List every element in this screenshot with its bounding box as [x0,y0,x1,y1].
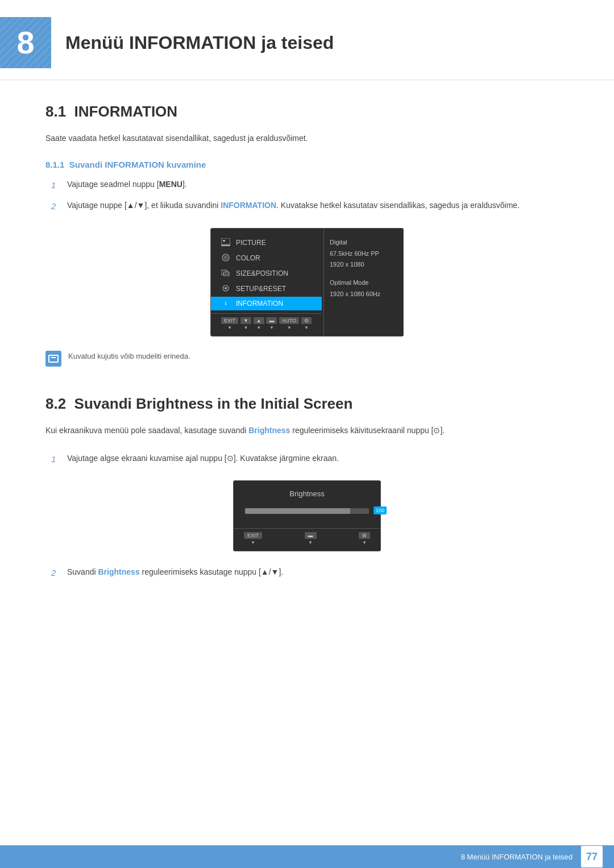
section-82-heading: 8.2 Suvandi Brightness in the Initial Sc… [45,395,569,413]
nav1-btn: ▼ [240,317,251,324]
brightness-minus-btn: ▬ ▼ [305,532,317,545]
page-header: 8 Menüü INFORMATION ja teised [0,0,614,80]
page-footer: 8 Menüü INFORMATION ja teised 77 [0,845,614,868]
step-82-2-highlight: Brightness [98,567,139,576]
svg-rect-0 [221,238,230,244]
chapter-number-block: 8 [0,17,51,68]
bottom-bar-exit: EXIT ▼ [221,317,238,330]
monitor-mockup-inner: PICTURE COLOR [211,235,403,331]
info-line1: Digital [330,237,397,248]
chapter-title: Menüü INFORMATION ja teised [65,32,334,53]
step-82-1-text: Vajutage algse ekraani kuvamise ajal nup… [67,452,569,466]
step-82-2: 2 Suvandi Brightness reguleerimiseks kas… [51,566,569,580]
menu-item-color-label: COLOR [236,254,260,262]
section-82-steps: 1 Vajutage algse ekraani kuvamise ajal n… [51,452,569,467]
bottom-bar-blank: ▬ ▼ [266,317,277,330]
brightness-minus-arrow: ▼ [308,540,313,545]
info-line5: Optimal Mode [330,277,397,289]
section-81-intro: Saate vaadata hetkel kasutatavat sisenda… [45,132,569,146]
subsection-811-heading: 8.1.1 Suvandi INFORMATION kuvamine [45,160,569,169]
bottom-bar-auto: AUTO ▼ [279,317,299,330]
brightness-plus: ⊞ [359,532,370,539]
bottom-bar-gear: ⚙ ▼ [301,317,312,330]
info-icon: i [221,300,230,308]
setup-icon [221,284,230,294]
blank-btn: ▬ [266,317,277,324]
menu-item-color: COLOR [211,251,322,266]
section-82: 8.2 Suvandi Brightness in the Initial Sc… [45,395,569,580]
chapter-number: 8 [16,27,34,59]
brightness-bottom-bar: EXIT ▼ ▬ ▼ ⊞ ▼ [234,528,380,546]
section-82-number: 8.2 [45,395,66,412]
monitor-mockup-81: PICTURE COLOR [210,228,404,337]
svg-point-8 [225,287,227,289]
step-81-2: 2 Vajutage nuppe [▲/▼], et liikuda suvan… [51,199,569,214]
svg-rect-1 [223,240,225,242]
color-icon [221,254,230,263]
auto-btn: AUTO [279,317,299,324]
menu-item-information: i INFORMATION [211,297,322,310]
main-content: 8.1 INFORMATION Saate vaadata hetkel kas… [0,103,614,633]
monitor-bottom-bar: EXIT ▼ ▼ ▼ ▲ ▼ ▬ ▼ [211,313,322,331]
info-spacer [330,271,397,277]
picture-icon [221,238,230,248]
menu-item-picture: PICTURE [211,235,322,251]
footer-page-number: 77 [581,846,603,867]
note-text-81: Kuvatud kujutis võib mudeliti erineda. [68,351,190,363]
size-icon [221,269,230,279]
info-line2: 67.5kHz 60Hz PP [330,248,397,260]
step-82-2-num: 2 [51,566,67,580]
brightness-value: 100 [374,506,387,514]
nav1-arrow: ▼ [243,325,248,330]
step-82-1: 1 Vajutage algse ekraani kuvamise ajal n… [51,452,569,467]
step-81-2-text: Vajutage nuppe [▲/▼], et liikuda suvandi… [67,199,569,213]
menu-left-section: PICTURE COLOR [211,235,322,331]
menu-item-setup-label: SETUP&RESET [236,285,286,293]
step-81-1: 1 Vajutage seadmel nuppu [MENU]. [51,178,569,193]
brightness-title: Brightness [234,489,380,498]
menu-item-picture-label: PICTURE [236,239,266,247]
section-81-title: INFORMATION [74,103,178,120]
step-81-2-num: 2 [51,199,67,214]
brightness-bar-fill [245,508,350,514]
gear-btn: ⚙ [301,317,312,324]
note-icon [45,351,61,367]
brightness-exit-btn: EXIT ▼ [244,532,262,545]
section-81-number: 8.1 [45,103,66,120]
brightness-exit-arrow: ▼ [251,540,255,545]
section-82-title: Suvandi Brightness in the Initial Screen [74,395,353,412]
brightness-minus: ▬ [305,532,317,539]
menu-item-setup: SETUP&RESET [211,281,322,297]
nav2-arrow: ▼ [256,325,261,330]
brightness-bar-track: 100 [245,508,369,514]
section-81-steps: 1 Vajutage seadmel nuppu [MENU]. 2 Vajut… [51,178,569,214]
svg-rect-2 [221,245,230,246]
gear-arrow: ▼ [304,325,309,330]
menu-item-size-label: SIZE&POSITION [236,269,288,277]
nav2-btn: ▲ [254,317,264,324]
bottom-bar-nav1: ▼ ▼ [240,317,251,330]
step-81-1-bold: MENU [159,180,182,189]
blank-arrow: ▼ [269,325,274,330]
info-line3: 1920 x 1080 [330,259,397,271]
section-81-heading: 8.1 INFORMATION [45,103,569,121]
monitor-menu: PICTURE COLOR [211,235,322,310]
menu-item-size: SIZE&POSITION [211,266,322,281]
exit-btn: EXIT [221,317,238,324]
step-82-2-text: Suvandi Brightness reguleerimiseks kasut… [67,566,569,579]
step-81-2-highlight: INFORMATION [221,201,276,210]
bottom-bar-nav2: ▲ ▼ [254,317,264,330]
step-82-1-num: 1 [51,452,67,467]
step-81-1-num: 1 [51,178,67,193]
note-icon-inner [48,355,59,363]
svg-rect-6 [224,272,229,275]
note-box-81: Kuvatud kujutis võib mudeliti erineda. [45,351,569,367]
step-81-1-text: Vajutage seadmel nuppu [MENU]. [67,178,569,192]
exit-arrow: ▼ [227,325,232,330]
brightness-bar-container: 100 [234,508,380,514]
brightness-plus-btn: ⊞ ▼ [359,532,370,545]
section-82-steps-2: 2 Suvandi Brightness reguleerimiseks kas… [51,566,569,580]
brightness-mockup: Brightness 100 EXIT ▼ ▬ ▼ ⊞ ▼ [233,480,381,551]
footer-text: 8 Menüü INFORMATION ja teised [461,853,572,861]
section-82-intro: Kui ekraanikuva menüü pole saadaval, kas… [45,424,569,438]
